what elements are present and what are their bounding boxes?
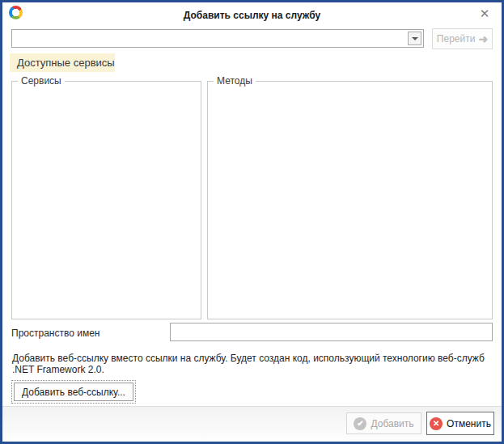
service-address-combobox[interactable]: [11, 29, 424, 48]
go-button[interactable]: Перейти ➜: [432, 28, 493, 49]
arrow-right-icon: ➜: [478, 33, 488, 44]
close-icon[interactable]: ✕: [477, 6, 492, 21]
add-service-reference-dialog: Добавить ссылку на службу ✕ Перейти ➜ До…: [0, 0, 504, 444]
check-circle-icon: ✔: [354, 417, 366, 430]
combobox-dropdown-button[interactable]: [408, 32, 421, 45]
methods-groupbox: Методы: [207, 81, 493, 319]
add-button[interactable]: ✔ Добавить: [346, 412, 421, 434]
services-list[interactable]: [14, 88, 199, 317]
methods-list[interactable]: [210, 88, 490, 317]
service-address-input[interactable]: [12, 30, 407, 47]
available-services-label: Доступные сервисы: [17, 57, 115, 69]
add-web-reference-button[interactable]: Добавить веб-ссылку...: [14, 383, 133, 401]
dialog-title: Добавить ссылку на службу: [2, 10, 502, 21]
cancel-button[interactable]: ✕ Отменить: [426, 412, 494, 435]
services-groupbox: Сервисы: [11, 81, 201, 319]
cancel-circle-icon: ✕: [430, 417, 443, 430]
go-button-label: Перейти: [437, 33, 476, 44]
namespace-input[interactable]: [170, 323, 493, 341]
services-groupbox-label: Сервисы: [18, 75, 65, 87]
footer-bar: ✔ Добавить ✕ Отменить: [2, 406, 502, 442]
chevron-down-icon: [412, 37, 418, 40]
namespace-label: Пространство имен: [11, 328, 100, 339]
add-button-label: Добавить: [371, 418, 413, 429]
web-reference-description: Добавить веб-ссылку вместо ссылки на слу…: [12, 353, 491, 375]
methods-groupbox-label: Методы: [214, 75, 256, 87]
available-services-band: Доступные сервисы: [10, 53, 115, 72]
cancel-button-label: Отменить: [447, 418, 491, 429]
